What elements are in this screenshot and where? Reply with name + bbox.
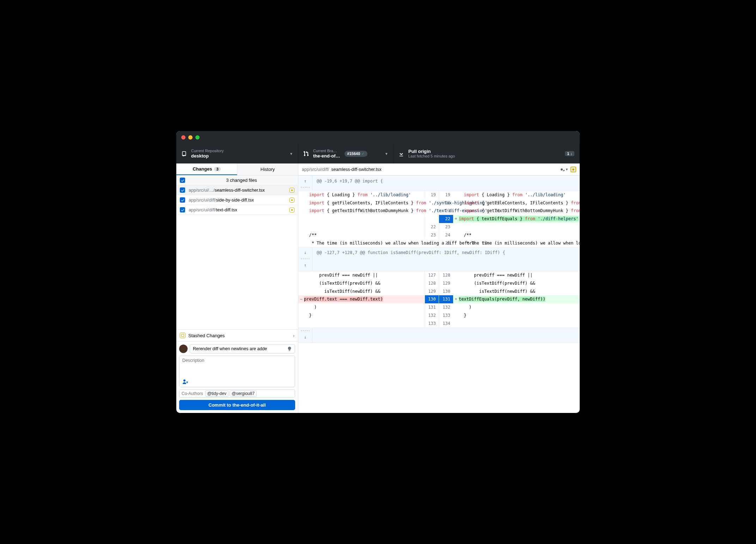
- line-number-old: 22: [425, 223, 439, 231]
- diff-body[interactable]: ↑·····@@ -19,6 +19,7 @@ import { import …: [298, 175, 580, 343]
- coauthor-tag[interactable]: @sergiou87: [230, 390, 257, 397]
- tab-history[interactable]: History: [237, 163, 298, 175]
- commit-button[interactable]: Commit to the-end-of-it-all: [179, 400, 295, 410]
- app-window: Current Repository desktop ▼ Current Bra…: [176, 131, 580, 413]
- download-icon: [398, 151, 404, 156]
- repo-selector-value: desktop: [191, 153, 224, 159]
- diff-line[interactable]: import { Loading } from '../lib/loading'…: [298, 191, 580, 199]
- repo-icon: [181, 151, 187, 156]
- diff-line[interactable]: isTextDiff(newDiff) &&129130 isTextDiff(…: [298, 288, 580, 296]
- pull-count-badge: 1 ↓: [565, 151, 574, 156]
- pull-request-icon: [303, 151, 309, 156]
- select-all-checkbox[interactable]: [180, 178, 185, 183]
- diff-line[interactable]: import { getFileContents, IFileContents …: [298, 199, 580, 207]
- file-checkbox[interactable]: [180, 207, 185, 212]
- file-row[interactable]: app/src/ui/…/seamless-diff-switcher.tsx: [176, 185, 298, 195]
- window-maximize-button[interactable]: [195, 135, 200, 140]
- modified-icon: [289, 188, 294, 193]
- file-row[interactable]: app/src/ui/diff/text-diff.tsx: [176, 205, 298, 215]
- commit-button-branch: the-end-of-it-all: [232, 402, 266, 408]
- file-checkbox[interactable]: [180, 187, 185, 193]
- stash-icon: [180, 333, 185, 338]
- tab-history-label: History: [261, 167, 275, 172]
- hunk-header-text: @@ -127,7 +128,7 @@ function isSameDiff(…: [312, 247, 580, 271]
- line-number-new: 132: [439, 303, 453, 311]
- commit-button-prefix: Commit to: [208, 402, 232, 408]
- modified-icon: [289, 198, 294, 203]
- line-number-new: 23: [439, 223, 453, 231]
- line-number-old: 133: [425, 320, 439, 328]
- tab-changes-label: Changes: [193, 166, 212, 172]
- file-checkbox[interactable]: [180, 197, 185, 203]
- expand-hunk-icon[interactable]: ↑·····: [298, 176, 312, 191]
- commit-summary-value: Rerender diff when newlines are adde: [193, 346, 267, 351]
- line-number-new: 21: [439, 207, 453, 215]
- line-number-new: 130: [439, 288, 453, 296]
- diff-line[interactable]: }132133 }: [298, 311, 580, 320]
- file-row[interactable]: app/src/ui/diff/side-by-side-diff.tsx: [176, 195, 298, 205]
- pull-origin-button[interactable]: Pull origin Last fetched 5 minutes ago 1…: [394, 144, 580, 163]
- tab-changes[interactable]: Changes 3: [176, 163, 237, 175]
- files-list: app/src/ui/…/seamless-diff-switcher.tsxa…: [176, 185, 298, 215]
- window-minimize-button[interactable]: [188, 135, 193, 140]
- commit-description-input[interactable]: Description: [179, 356, 295, 387]
- coauthors-input[interactable]: Co-Authors @tidy-dev @sergiou87: [179, 389, 295, 398]
- diff-line[interactable]: (isTextDiff(prevDiff) &&128129 (isTextDi…: [298, 279, 580, 288]
- file-path: app/src/ui/diff/text-diff.tsx: [189, 208, 286, 212]
- diff-line[interactable]: prevDiff === newDiff ||127128 prevDiff =…: [298, 271, 580, 279]
- coauthors-label: Co-Authors: [182, 391, 203, 396]
- line-number-old: 131: [425, 303, 439, 311]
- files-summary-text: 3 changed files: [189, 178, 294, 183]
- pr-number-badge: #15640 ✓: [345, 151, 368, 157]
- window-close-button[interactable]: [181, 135, 185, 140]
- line-number-new: 24: [439, 231, 453, 239]
- diff-line[interactable]: 22+import { textDiffEquals } from './dif…: [298, 215, 580, 223]
- diff-line[interactable]: 2223: [298, 223, 580, 231]
- pull-label: Pull origin: [408, 149, 455, 154]
- check-icon: ✓: [361, 152, 365, 156]
- diff-path-file: seamless-diff-switcher.tsx: [331, 167, 382, 172]
- coauthor-tag[interactable]: @tidy-dev: [205, 390, 228, 397]
- avatar[interactable]: [179, 345, 188, 353]
- diff-line[interactable]: 133134: [298, 320, 580, 328]
- sidebar: Changes 3 History 3 changed files app/sr…: [176, 163, 298, 413]
- line-number-old: 132: [425, 311, 439, 320]
- commit-summary-input[interactable]: Rerender diff when newlines are adde: [190, 344, 295, 353]
- add-coauthor-icon[interactable]: [182, 379, 188, 385]
- line-number-old: 23: [425, 231, 439, 239]
- line-number-old: [425, 215, 439, 223]
- gear-icon: [559, 167, 565, 172]
- hunk-header[interactable]: ↓·····↑@@ -127,7 +128,7 @@ function isSa…: [298, 247, 580, 271]
- repository-selector[interactable]: Current Repository desktop ▼: [176, 144, 298, 163]
- diff-line[interactable]: import { getTextDiffWithBottomDummyHunk …: [298, 207, 580, 215]
- hunk-header[interactable]: ↑·····@@ -19,6 +19,7 @@ import {: [298, 175, 580, 191]
- stashed-label: Stashed Changes: [188, 333, 225, 338]
- line-number-new: 131: [439, 295, 453, 303]
- line-number-old: 129: [425, 288, 439, 296]
- line-number-old: 130: [425, 295, 439, 303]
- commit-description-placeholder: Description: [182, 358, 292, 363]
- branch-selector[interactable]: Current Bra… the-end-of… #15640 ✓ ▼: [298, 144, 394, 163]
- commit-form: Rerender diff when newlines are adde Des…: [176, 341, 298, 413]
- branch-selector-label: Current Bra…: [313, 149, 340, 153]
- diff-line[interactable]: /**2324 /**: [298, 231, 580, 239]
- diff-settings-button[interactable]: ▼: [559, 167, 568, 172]
- expand-hunk-icon[interactable]: ↓·····↑: [298, 247, 312, 271]
- line-number-new: 25: [439, 239, 453, 247]
- stashed-changes-row[interactable]: Stashed Changes ›: [176, 329, 298, 341]
- branch-selector-value: the-end-of…: [313, 153, 340, 159]
- diff-pane: app/src/ui/diff/seamless-diff-switcher.t…: [298, 163, 580, 413]
- diff-file-header: app/src/ui/diff/seamless-diff-switcher.t…: [298, 163, 580, 175]
- diff-line[interactable]: * The time (in milliseconds) we allow wh…: [298, 239, 580, 247]
- line-number-new: 133: [439, 311, 453, 320]
- files-list-header: 3 changed files: [176, 175, 298, 185]
- diff-whitespace-toggle[interactable]: [571, 167, 576, 172]
- chevron-right-icon: ›: [293, 333, 294, 338]
- hunk-expand-down[interactable]: ·····↓: [298, 328, 580, 343]
- diff-line[interactable]: −prevDiff.text === newDiff.text)130131+t…: [298, 295, 580, 303]
- hunk-header-text: @@ -19,6 +19,7 @@ import {: [312, 176, 580, 191]
- line-number-new: 20: [439, 199, 453, 207]
- lightbulb-icon[interactable]: [287, 346, 292, 351]
- diff-line[interactable]: )131132 ): [298, 303, 580, 311]
- line-number-new: 19: [439, 191, 453, 199]
